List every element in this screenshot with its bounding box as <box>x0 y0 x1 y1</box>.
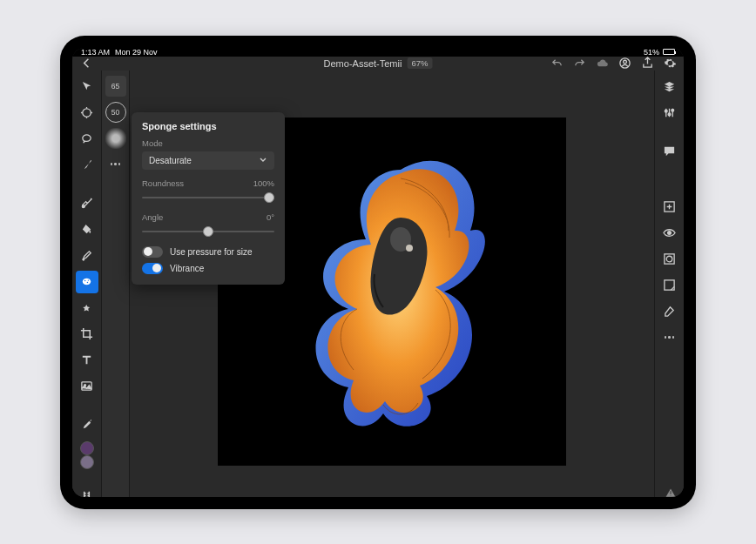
lasso-tool[interactable] <box>76 128 98 151</box>
sponge-tool[interactable] <box>76 271 98 293</box>
fill-tool[interactable] <box>76 218 98 241</box>
status-time: 1:13 AM <box>81 48 110 57</box>
svg-point-2 <box>83 109 91 117</box>
roundness-value: 100% <box>253 178 274 188</box>
account-icon[interactable] <box>618 57 631 71</box>
move-tool[interactable] <box>76 76 98 98</box>
svg-point-18 <box>666 256 672 262</box>
svg-point-5 <box>84 280 86 282</box>
battery-pct: 51% <box>644 48 659 57</box>
add-panel-icon[interactable] <box>658 196 681 218</box>
adjustments-panel-icon[interactable] <box>658 102 681 124</box>
chevron-down-icon <box>259 156 267 165</box>
share-icon[interactable] <box>640 57 654 71</box>
right-toolbar <box>654 71 684 497</box>
settings-icon[interactable] <box>663 57 677 71</box>
brush-hardness-chip[interactable]: 50 <box>105 102 126 123</box>
roundness-slider[interactable] <box>142 191 274 204</box>
ruler-tool[interactable] <box>76 485 98 497</box>
angle-label: Angle <box>142 212 163 222</box>
battery-icon <box>663 49 675 55</box>
eraser-panel-icon[interactable] <box>658 300 681 323</box>
vibrance-label: Vibrance <box>170 264 204 273</box>
background-color[interactable] <box>80 455 94 469</box>
svg-point-11 <box>406 245 413 252</box>
layers-panel-icon[interactable] <box>658 76 681 98</box>
crop-tool[interactable] <box>76 323 98 346</box>
sponge-settings-panel: Sponge settings Mode Desaturate Roundnes… <box>132 112 285 285</box>
left-toolbar <box>72 71 102 497</box>
eyedropper-tool[interactable] <box>76 413 98 436</box>
svg-point-6 <box>87 282 89 284</box>
more-panel-icon[interactable] <box>658 326 681 349</box>
vibrance-toggle[interactable] <box>142 263 163 274</box>
redo-button[interactable] <box>572 57 586 71</box>
svg-point-12 <box>665 110 667 112</box>
svg-point-3 <box>82 205 84 208</box>
svg-point-1 <box>623 60 626 64</box>
warning-icon[interactable] <box>665 487 677 497</box>
cloud-icon[interactable] <box>595 57 609 71</box>
mask-icon[interactable] <box>658 248 681 271</box>
eraser-tool[interactable] <box>76 192 98 215</box>
pressure-label: Use pressure for size <box>170 247 252 257</box>
more-brush-options[interactable] <box>105 154 126 175</box>
artwork-image <box>270 135 514 448</box>
document-title: Demo-Asset-Temii <box>324 58 402 69</box>
type-tool[interactable] <box>76 349 98 372</box>
foreground-color[interactable] <box>80 441 94 455</box>
clone-stamp-tool[interactable] <box>76 245 98 267</box>
svg-point-4 <box>83 279 91 285</box>
angle-value: 0° <box>267 212 274 222</box>
svg-point-16 <box>668 232 672 235</box>
pressure-toggle[interactable] <box>142 246 163 258</box>
svg-point-7 <box>88 279 89 280</box>
brush-options-rail: 65 50 <box>102 71 130 497</box>
status-bar: 1:13 AM Mon 29 Nov 51% <box>72 48 684 57</box>
zoom-indicator[interactable]: 67% <box>407 57 432 69</box>
comments-panel-icon[interactable] <box>658 140 681 163</box>
app-header: Demo-Asset-Temii 67% <box>72 57 684 71</box>
mode-select[interactable]: Desaturate <box>142 151 274 170</box>
angle-slider[interactable] <box>142 225 274 238</box>
roundness-label: Roundness <box>142 178 184 188</box>
visibility-icon[interactable] <box>658 222 681 245</box>
status-date: Mon 29 Nov <box>115 48 158 57</box>
color-swatches[interactable] <box>80 441 94 469</box>
brush-size-chip[interactable]: 65 <box>105 76 126 97</box>
place-image-tool[interactable] <box>76 375 98 398</box>
back-button[interactable] <box>79 57 93 71</box>
mode-label: Mode <box>142 138 274 148</box>
svg-point-13 <box>668 113 671 116</box>
transform-tool[interactable] <box>76 102 98 124</box>
brush-preview-chip[interactable] <box>105 128 126 149</box>
svg-point-14 <box>672 109 674 111</box>
mode-value: Desaturate <box>149 156 192 165</box>
panel-title: Sponge settings <box>142 121 274 131</box>
healing-brush-tool[interactable] <box>76 297 98 319</box>
undo-button[interactable] <box>550 57 564 71</box>
select-subject-icon[interactable] <box>658 274 681 297</box>
brush-tool[interactable] <box>76 154 98 177</box>
